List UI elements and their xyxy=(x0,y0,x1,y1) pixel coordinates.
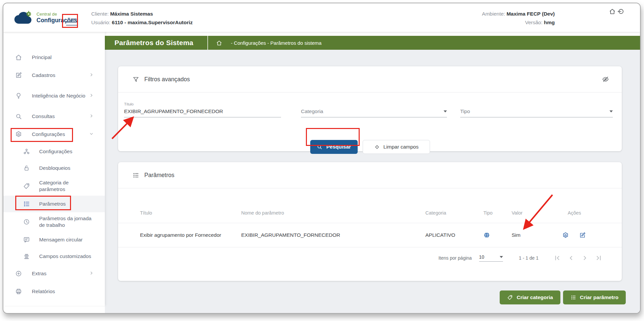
criar-categoria-button[interactable]: Criar categoria xyxy=(500,290,560,304)
sidebar-item-label: Parâmetros xyxy=(39,201,96,207)
sidebar-item-cadastros[interactable]: Cadastros xyxy=(3,66,105,84)
sidebar-item-label: Consultas xyxy=(32,113,88,120)
categoria-placeholder: Categoria xyxy=(301,108,323,114)
col-acoes: Ações xyxy=(551,210,622,216)
breadcrumb: - Configurações - Parâmetros do sistema xyxy=(231,40,322,46)
sidebar-item-extras[interactable]: Extras xyxy=(3,265,105,283)
sidebar-item-label: Cadastros xyxy=(32,72,88,79)
exit-icon[interactable] xyxy=(617,8,624,16)
message-icon xyxy=(23,236,31,244)
menu-hamburger-button[interactable] xyxy=(66,19,77,26)
hub-icon xyxy=(23,148,31,156)
home-icon xyxy=(15,53,23,61)
tipo-select[interactable]: Tipo xyxy=(460,102,613,117)
environment-info: Ambiente: Maxima FECP (Dev) Versão: hmg xyxy=(482,10,555,27)
sidebar-item-label: Principal xyxy=(32,54,88,61)
first-page-icon[interactable] xyxy=(553,254,561,262)
sidebar-item-inteligencia-de-negocio[interactable]: Inteligência de Negócio xyxy=(3,84,105,107)
list-icon xyxy=(132,172,139,179)
sidebar-subitem-campos-customizados[interactable]: Campos customizados xyxy=(3,248,105,265)
plus-circle-icon xyxy=(15,270,23,278)
globe-icon xyxy=(483,232,512,238)
versao-value: hmg xyxy=(544,20,555,25)
prev-page-icon[interactable] xyxy=(567,254,575,262)
categoria-select[interactable]: Categoria xyxy=(301,102,447,117)
filters-card: Filtros avançados Título EXIBIR_AGRUPAME… xyxy=(118,66,622,151)
col-nome: Nome do parâmetro xyxy=(241,210,425,216)
sidebar-item-consultas[interactable]: Consultas xyxy=(3,107,105,125)
sidebar-item-label: Desbloqueios xyxy=(39,165,96,171)
ambiente-label: Ambiente: xyxy=(482,11,505,17)
caret-down-icon xyxy=(444,110,447,112)
cloud-logo-icon xyxy=(13,10,34,25)
criar-parametro-label: Criar parâmetro xyxy=(580,294,618,300)
titulo-input[interactable]: EXIBIR_AGRUPAMENTO_FORNECEDOR xyxy=(124,108,281,117)
col-categoria: Categoria xyxy=(425,210,483,216)
versao-label: Versão: xyxy=(525,20,542,25)
cell-titulo: Exibir agrupamento por Fornecedor xyxy=(140,232,241,238)
row-gear-icon[interactable] xyxy=(562,232,569,239)
row-edit-icon[interactable] xyxy=(579,232,586,239)
tag-icon xyxy=(507,294,513,300)
sidebar-subitem-mensagem-circular[interactable]: Mensagem circular xyxy=(3,231,105,248)
search-icon xyxy=(15,112,23,120)
brand-line1: Central de xyxy=(36,12,77,17)
sidebar-item-configuracoes[interactable]: Configurações xyxy=(3,125,105,143)
sidebar-item-relatorios[interactable]: Relatórios xyxy=(3,283,105,300)
search-icon xyxy=(317,144,322,150)
pesquisar-label: Pesquisar xyxy=(326,144,351,150)
pagination-range: 1 - 1 de 1 xyxy=(519,255,538,261)
filters-title: Filtros avançados xyxy=(144,76,190,83)
pesquisar-button[interactable]: Pesquisar xyxy=(310,140,358,154)
tag-icon xyxy=(23,182,31,190)
col-valor: Valor xyxy=(512,210,551,216)
sidebar-subitem-parametros[interactable]: Parâmetros xyxy=(3,196,105,212)
home-icon[interactable] xyxy=(609,8,616,16)
caret-down-icon xyxy=(609,110,613,112)
sidebar-item-principal[interactable]: Principal xyxy=(3,48,105,66)
sidebar-item-label: Campos customizados xyxy=(39,253,96,260)
eye-off-icon[interactable] xyxy=(602,76,609,83)
caret-down-icon xyxy=(500,256,503,258)
sidebar-item-label: Relatórios xyxy=(32,288,88,295)
col-tipo: Tipo xyxy=(483,210,512,216)
sidebar-item-label: Parâmetros da jornada de trabalho xyxy=(39,215,96,228)
printer-icon xyxy=(15,288,23,295)
lightbulb-icon xyxy=(15,92,23,100)
gear-icon xyxy=(15,130,23,138)
items-per-page-select[interactable]: 10 xyxy=(479,254,503,262)
table-header: Título Nome do parâmetro Categoria Tipo … xyxy=(118,188,622,223)
titulo-field-label: Título xyxy=(124,102,281,106)
sidebar-subitem-categoria-de-parametros[interactable]: Categoria de parâmetros xyxy=(3,176,105,196)
cell-valor: Sim xyxy=(512,232,551,238)
limpar-campos-button[interactable]: Limpar campos xyxy=(363,140,430,154)
sidebar-subitem-parametros-jornada[interactable]: Parâmetros da jornada de trabalho xyxy=(3,212,105,231)
app-window: Central de Configurações Cliente: Máxima… xyxy=(3,3,641,314)
last-page-icon[interactable] xyxy=(595,254,603,262)
chevron-down-icon xyxy=(89,131,94,137)
sidebar-item-label: Categoria de parâmetros xyxy=(39,179,96,193)
eraser-icon xyxy=(374,144,380,150)
client-value: Máxima Sistemas xyxy=(110,11,153,17)
parameters-title: Parâmetros xyxy=(144,172,174,179)
sidebar-item-label: Configurações xyxy=(32,131,88,138)
user-value: 6110 - maxima.SupervisorAutoriz xyxy=(112,20,193,25)
sidebar: Principal Cadastros Inteligência de Negó… xyxy=(3,32,105,306)
criar-parametro-button[interactable]: Criar parâmetro xyxy=(563,290,626,304)
sidebar-subitem-desbloqueios[interactable]: Desbloqueios xyxy=(3,160,105,176)
sidebar-subitem-configuracoes[interactable]: Configurações xyxy=(3,143,105,160)
parameters-card: Parâmetros Título Nome do parâmetro Cate… xyxy=(118,162,622,281)
col-titulo: Título xyxy=(140,210,241,216)
table-row[interactable]: Exibir agrupamento por Fornecedor EXIBIR… xyxy=(118,223,622,247)
clock-icon xyxy=(23,218,31,226)
chevron-right-icon xyxy=(89,113,94,119)
user-label: Usuário: xyxy=(91,20,110,25)
main-content: Parâmetros do Sistema - Configurações - … xyxy=(105,32,640,313)
titulo-field[interactable]: Título EXIBIR_AGRUPAMENTO_FORNECEDOR xyxy=(124,102,281,117)
list-icon xyxy=(570,294,576,300)
breadcrumb-home-icon[interactable] xyxy=(216,40,222,46)
ambiente-value: Maxima FECP (Dev) xyxy=(507,11,555,17)
stack-icon xyxy=(23,252,31,260)
topbar: Central de Configurações Cliente: Máxima… xyxy=(3,3,640,32)
next-page-icon[interactable] xyxy=(581,254,589,262)
